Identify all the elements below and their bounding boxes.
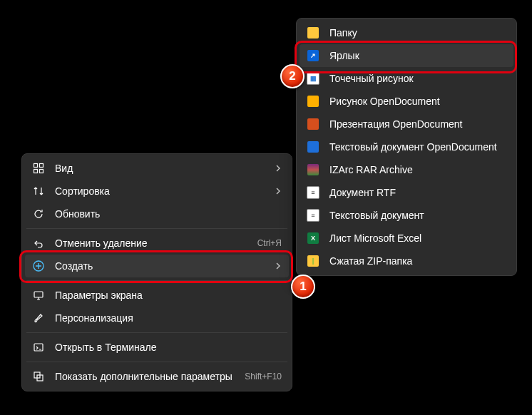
submenu-item-txt[interactable]: ≡ Текстовый документ: [300, 204, 513, 227]
txt-icon: ≡: [307, 209, 319, 222]
svg-rect-0: [34, 164, 38, 168]
xls-icon: X: [307, 232, 319, 245]
terminal-icon: [32, 341, 45, 354]
sort-icon: [32, 185, 45, 198]
menu-item-refresh[interactable]: Обновить: [25, 203, 289, 225]
refresh-icon: [32, 208, 45, 220]
zip-icon: |: [307, 255, 319, 267]
step-badge-2: 2: [280, 64, 305, 88]
menu-label: Сжатая ZIP-папка: [329, 255, 506, 267]
rar-icon: [307, 163, 319, 176]
view-icon: [32, 162, 45, 175]
menu-item-undo[interactable]: Отменить удаление Ctrl+Я: [25, 232, 289, 255]
submenu-item-odg[interactable]: Рисунок OpenDocument: [300, 90, 513, 113]
menu-label: Текстовый документ OpenDocument: [329, 141, 506, 153]
menu-label: Создать: [55, 260, 275, 272]
menu-item-terminal[interactable]: Открыть в Терминале: [25, 336, 289, 359]
svg-rect-1: [40, 164, 44, 168]
menu-item-more[interactable]: Показать дополнительные параметры Shift+…: [25, 365, 289, 388]
menu-label: Обновить: [55, 208, 282, 220]
undo-icon: [32, 237, 45, 250]
more-icon: [32, 370, 45, 383]
menu-label: Открыть в Терминале: [55, 342, 282, 353]
menu-separator: [26, 280, 287, 281]
submenu-item-bmp[interactable]: ▦ Точечный рисунок: [300, 67, 513, 90]
odt-icon: [307, 140, 319, 153]
chevron-right-icon: [275, 262, 282, 270]
submenu-item-rtf[interactable]: ≡ Документ RTF: [300, 181, 513, 204]
svg-rect-5: [34, 292, 43, 297]
shortcut-icon: ↗: [307, 49, 319, 62]
odg-icon: [307, 95, 319, 108]
svg-rect-3: [40, 170, 44, 173]
step-badge-1: 1: [291, 275, 315, 299]
menu-label: Персонализация: [55, 312, 282, 324]
svg-rect-6: [34, 344, 43, 351]
new-submenu: Папку ↗ Ярлык ▦ Точечный рисунок Рисунок…: [296, 18, 517, 276]
menu-label: Документ RTF: [329, 187, 506, 198]
menu-label: Рисунок OpenDocument: [329, 96, 506, 107]
submenu-item-shortcut[interactable]: ↗ Ярлык: [300, 44, 513, 67]
submenu-item-zip[interactable]: | Сжатая ZIP-папка: [300, 250, 513, 272]
menu-separator: [26, 332, 287, 333]
folder-icon: [307, 26, 319, 39]
menu-separator: [26, 362, 287, 362]
menu-label: Показать дополнительные параметры: [55, 371, 237, 382]
menu-label: Параметры экрана: [55, 290, 282, 301]
chevron-right-icon: [275, 165, 282, 172]
menu-label: Презентация OpenDocument: [329, 118, 506, 130]
submenu-item-rar[interactable]: IZArc RAR Archive: [300, 158, 513, 181]
menu-item-display[interactable]: Параметры экрана: [25, 284, 289, 307]
new-icon: [32, 260, 45, 272]
chevron-right-icon: [275, 188, 282, 195]
odp-icon: [307, 118, 319, 130]
menu-label: Лист Microsoft Excel: [329, 232, 506, 244]
submenu-item-folder[interactable]: Папку: [300, 21, 513, 44]
menu-label: Отменить удаление: [55, 237, 250, 249]
menu-label: Папку: [329, 27, 506, 39]
submenu-item-xls[interactable]: X Лист Microsoft Excel: [300, 227, 513, 250]
menu-item-view[interactable]: Вид: [25, 157, 289, 180]
menu-shortcut: Ctrl+Я: [257, 238, 282, 248]
menu-label: Ярлык: [329, 50, 506, 61]
personalize-icon: [32, 312, 45, 324]
rtf-icon: ≡: [307, 186, 319, 199]
submenu-item-odp[interactable]: Презентация OpenDocument: [300, 113, 513, 135]
menu-shortcut: Shift+F10: [245, 372, 282, 381]
display-icon: [32, 289, 45, 302]
menu-item-personalize[interactable]: Персонализация: [25, 307, 289, 329]
submenu-item-odt[interactable]: Текстовый документ OpenDocument: [300, 135, 513, 158]
desktop-context-menu: Вид Сортировка Обновить Отмени: [21, 153, 292, 391]
svg-rect-2: [34, 170, 38, 173]
menu-item-sort[interactable]: Сортировка: [25, 180, 289, 203]
menu-label: Вид: [55, 163, 275, 174]
menu-item-new[interactable]: Создать: [25, 255, 289, 277]
menu-separator: [26, 228, 287, 229]
menu-label: Текстовый документ: [329, 210, 506, 221]
menu-label: IZArc RAR Archive: [329, 164, 506, 175]
bmp-icon: ▦: [307, 72, 319, 85]
menu-label: Точечный рисунок: [329, 73, 506, 84]
menu-label: Сортировка: [55, 185, 275, 197]
